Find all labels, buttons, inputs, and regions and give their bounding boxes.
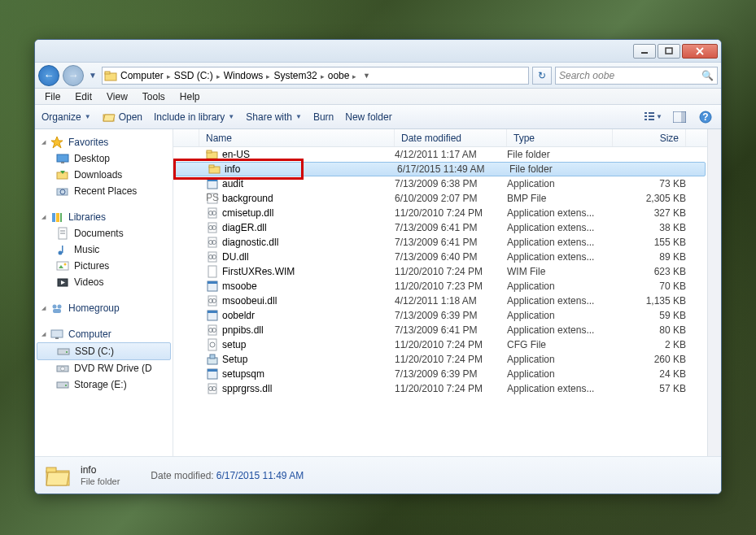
file-row[interactable]: spprgrss.dll11/20/2010 7:24 PMApplicatio… xyxy=(173,381,707,396)
menu-help[interactable]: Help xyxy=(173,90,207,103)
breadcrumb-separator[interactable]: ▸ xyxy=(215,72,222,80)
file-row[interactable]: msoobeui.dll4/12/2011 1:18 AMApplication… xyxy=(173,294,707,308)
organize-button[interactable]: Organize ▼ xyxy=(42,111,91,123)
maximize-button[interactable] xyxy=(658,44,680,59)
file-row[interactable]: audit7/13/2009 6:38 PMApplication73 KB xyxy=(173,176,707,191)
new-folder-button[interactable]: New folder xyxy=(345,111,391,123)
search-input[interactable]: Search oobe 🔍 xyxy=(555,67,718,85)
include-library-button[interactable]: Include in library ▼ xyxy=(154,111,234,123)
help-button[interactable]: ? xyxy=(697,109,714,125)
nav-group-computer[interactable]: Computer xyxy=(35,326,173,342)
nav-item[interactable]: SSD (C:) xyxy=(37,342,171,360)
type-column-header[interactable]: Type xyxy=(507,129,613,146)
breadcrumb-separator[interactable]: ▸ xyxy=(165,72,173,80)
minimize-button[interactable] xyxy=(633,44,656,59)
nav-item[interactable]: Videos xyxy=(35,274,173,290)
file-row[interactable]: en-US4/12/2011 1:17 AMFile folder xyxy=(173,147,707,162)
file-date: 7/13/2009 6:40 PM xyxy=(395,251,507,263)
dll-icon xyxy=(206,221,219,234)
explorer-window: ← → ▼ Computer▸SSD (C:)▸Windows▸System32… xyxy=(34,39,722,494)
file-row[interactable]: msoobe11/20/2010 7:23 PMApplication70 KB xyxy=(173,279,707,294)
file-row[interactable]: Setup11/20/2010 7:24 PMApplication260 KB xyxy=(173,352,707,367)
refresh-button[interactable]: ↻ xyxy=(532,67,552,85)
nav-item[interactable]: Music xyxy=(35,241,173,258)
file-row[interactable]: oobeldr7/13/2009 6:39 PMApplication59 KB xyxy=(173,308,707,323)
drive-icon xyxy=(57,345,70,358)
svg-rect-26 xyxy=(56,213,59,222)
menu-tools[interactable]: Tools xyxy=(136,90,172,103)
history-dropdown[interactable]: ▼ xyxy=(87,71,98,80)
file-row[interactable]: diagnostic.dll7/13/2009 6:41 PMApplicati… xyxy=(173,235,707,250)
menu-edit[interactable]: Edit xyxy=(68,90,98,103)
file-date: 11/20/2010 7:24 PM xyxy=(395,354,507,365)
breadcrumb-segment[interactable]: SSD (C:) xyxy=(173,70,215,81)
nav-item[interactable]: DVD RW Drive (D xyxy=(35,360,173,376)
vertical-scrollbar[interactable] xyxy=(707,129,721,456)
svg-rect-32 xyxy=(62,246,63,253)
size-column-header[interactable]: Size xyxy=(613,129,686,146)
file-row[interactable]: PSbackground6/10/2009 2:07 PMBMP File2,3… xyxy=(173,191,707,206)
checkbox-column[interactable] xyxy=(173,129,199,146)
file-row[interactable]: pnpibs.dll7/13/2009 6:41 PMApplication e… xyxy=(173,323,707,337)
file-row[interactable]: diagER.dll7/13/2009 6:41 PMApplication e… xyxy=(173,220,707,235)
breadcrumb-segment[interactable]: System32 xyxy=(272,70,318,81)
nav-group-favorites[interactable]: Favorites xyxy=(35,134,173,150)
breadcrumb-segment[interactable]: Windows xyxy=(222,70,265,81)
file-row[interactable]: cmisetup.dll11/20/2010 7:24 PMApplicatio… xyxy=(173,206,707,220)
nav-group-libraries[interactable]: Libraries xyxy=(35,209,173,225)
breadcrumb-segment[interactable]: oobe xyxy=(326,70,352,81)
menu-view[interactable]: View xyxy=(100,90,134,103)
burn-button[interactable]: Burn xyxy=(313,111,334,123)
file-date: 7/13/2009 6:41 PM xyxy=(395,237,507,248)
address-bar[interactable]: Computer▸SSD (C:)▸Windows▸System32▸oobe▸… xyxy=(102,67,529,85)
titlebar xyxy=(35,40,721,63)
file-row[interactable]: setup11/20/2010 7:24 PMCFG File2 KB xyxy=(173,337,707,352)
file-date: 6/17/2015 11:49 AM xyxy=(397,163,509,175)
view-options-button[interactable]: ▼ xyxy=(645,109,662,125)
file-row[interactable]: FirstUXRes.WIM11/20/2010 7:24 PMWIM File… xyxy=(173,264,707,279)
close-button[interactable] xyxy=(682,44,718,59)
downloads-icon xyxy=(56,168,69,181)
file-type: Application xyxy=(507,310,613,321)
file-date: 11/20/2010 7:24 PM xyxy=(395,339,507,350)
file-name: info xyxy=(225,163,240,175)
nav-item[interactable]: Desktop xyxy=(35,150,173,167)
preview-pane-button[interactable] xyxy=(671,109,688,125)
file-date: 11/20/2010 7:23 PM xyxy=(395,281,507,292)
back-button[interactable]: ← xyxy=(38,65,59,86)
breadcrumb-separator[interactable]: ▸ xyxy=(351,72,358,80)
file-row[interactable]: info6/17/2015 11:49 AMFile folder xyxy=(175,162,706,176)
app-icon xyxy=(206,368,219,381)
date-column-header[interactable]: Date modified xyxy=(395,129,507,146)
file-row[interactable]: setupsqm7/13/2009 6:39 PMApplication24 K… xyxy=(173,367,707,381)
breadcrumb-separator[interactable]: ▸ xyxy=(319,72,326,80)
file-name: Setup xyxy=(222,354,247,365)
homegroup-icon xyxy=(50,302,63,315)
desktop-icon xyxy=(56,152,69,165)
file-date: 6/10/2009 2:07 PM xyxy=(395,193,507,204)
nav-item[interactable]: Pictures xyxy=(35,258,173,274)
file-type: WIM File xyxy=(507,266,613,277)
name-column-header[interactable]: Name xyxy=(199,129,395,146)
nav-item[interactable]: Recent Places xyxy=(35,183,173,199)
dll-icon xyxy=(206,382,219,395)
file-type: Application xyxy=(507,178,613,189)
forward-button[interactable]: → xyxy=(63,65,84,86)
share-with-button[interactable]: Share with ▼ xyxy=(246,111,302,123)
file-type: Application xyxy=(507,368,613,380)
breadcrumb-segment[interactable]: Computer xyxy=(119,70,165,81)
nav-item[interactable]: Documents xyxy=(35,225,173,241)
address-dropdown[interactable]: ▼ xyxy=(360,72,373,80)
app-icon xyxy=(206,309,219,322)
svg-point-39 xyxy=(58,305,62,309)
menu-file[interactable]: File xyxy=(38,90,67,103)
nav-item[interactable]: Storage (E:) xyxy=(35,376,173,393)
file-list[interactable]: en-US4/12/2011 1:17 AMFile folderinfo6/1… xyxy=(173,147,707,456)
open-button[interactable]: Open xyxy=(103,111,142,124)
nav-group-homegroup[interactable]: Homegroup xyxy=(35,300,173,316)
file-row[interactable]: DU.dll7/13/2009 6:40 PMApplication exten… xyxy=(173,250,707,264)
svg-rect-41 xyxy=(51,330,63,337)
svg-marker-7 xyxy=(103,115,115,121)
nav-item[interactable]: Downloads xyxy=(35,167,173,183)
svg-point-38 xyxy=(53,305,57,309)
